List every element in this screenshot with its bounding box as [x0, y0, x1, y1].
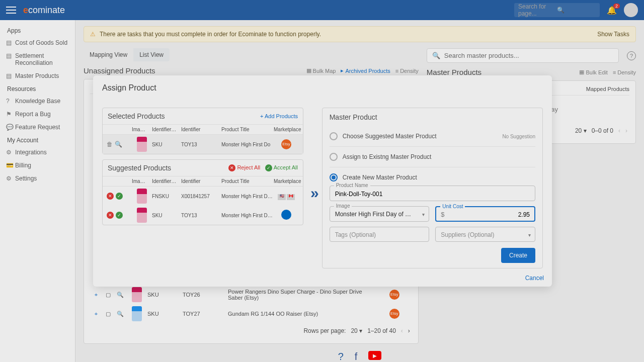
modal-overlay[interactable]: [0, 0, 644, 20]
